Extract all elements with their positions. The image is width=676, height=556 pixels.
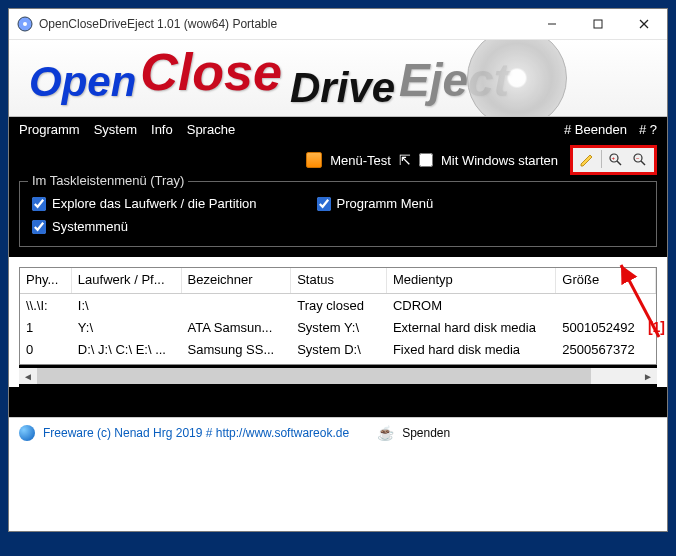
col-groesse[interactable]: Größe	[556, 268, 656, 293]
table-header: Phy... Laufwerk / Pf... Bezeichner Statu…	[20, 268, 656, 294]
autostart-checkbox[interactable]	[419, 153, 433, 167]
zoom-out-icon[interactable]: −	[630, 150, 650, 170]
menu-help[interactable]: # ?	[639, 122, 657, 137]
maximize-button[interactable]	[575, 9, 621, 39]
highlighted-icon-group: + −	[570, 145, 657, 175]
col-laufwerk[interactable]: Laufwerk / Pf...	[72, 268, 182, 293]
drive-table: Phy... Laufwerk / Pf... Bezeichner Statu…	[19, 267, 657, 365]
programmmenu-checkbox[interactable]	[317, 197, 331, 211]
toolbar: Menü-Test ⇱ Mit Windows starten + −	[19, 145, 657, 175]
footer: Freeware (c) Nenad Hrg 2019 # http://www…	[9, 417, 667, 447]
scroll-right-button[interactable]: ►	[639, 368, 657, 384]
annotation-label: [1]	[648, 319, 665, 335]
table-row[interactable]: \\.\I: I:\ Tray closed CDROM	[20, 296, 656, 318]
banner: Open Close Drive Eject	[9, 39, 667, 117]
col-phy[interactable]: Phy...	[20, 268, 72, 293]
menu-programm[interactable]: Programm	[19, 122, 80, 137]
tray-legend: Im Taskleistenmenü (Tray)	[28, 173, 188, 188]
menu-info[interactable]: Info	[151, 122, 173, 137]
coffee-icon: ☕	[377, 425, 394, 441]
app-window: OpenCloseDriveEject 1.01 (wow64) Portabl…	[8, 8, 668, 532]
globe-icon	[19, 425, 35, 441]
menu-sprache[interactable]: Sprache	[187, 122, 235, 137]
cd-icon	[467, 39, 567, 117]
folder-icon	[306, 152, 322, 168]
programmmenu-label: Programm Menü	[337, 196, 434, 211]
svg-line-7	[617, 161, 621, 165]
table-row[interactable]: 0 D:\ J:\ C:\ E:\ ... Samsung SS... Syst…	[20, 340, 656, 362]
tray-options-group: Im Taskleistenmenü (Tray) Explore das La…	[19, 181, 657, 247]
menu-beenden[interactable]: # Beenden	[564, 122, 627, 137]
freeware-link[interactable]: Freeware (c) Nenad Hrg 2019 # http://www…	[43, 426, 349, 440]
minimize-button[interactable]	[529, 9, 575, 39]
svg-line-10	[641, 161, 645, 165]
spenden-link[interactable]: Spenden	[402, 426, 450, 440]
banner-word-close: Close	[140, 42, 282, 102]
menu-system[interactable]: System	[94, 122, 137, 137]
explore-checkbox[interactable]	[32, 197, 46, 211]
menubar: Programm System Info Sprache # Beenden #…	[9, 117, 667, 141]
systemmenu-label: Systemmenü	[52, 219, 128, 234]
scroll-left-button[interactable]: ◄	[19, 368, 37, 384]
systemmenu-checkbox[interactable]	[32, 220, 46, 234]
horizontal-scrollbar[interactable]: ◄ ►	[19, 365, 657, 387]
close-button[interactable]	[621, 9, 667, 39]
app-icon	[17, 16, 33, 32]
pin-icon[interactable]: ⇱	[399, 152, 411, 168]
banner-word-drive: Drive	[290, 64, 395, 112]
divider	[601, 150, 602, 168]
svg-point-1	[23, 22, 27, 26]
titlebar: OpenCloseDriveEject 1.01 (wow64) Portabl…	[9, 9, 667, 39]
svg-text:+: +	[612, 155, 616, 161]
table-row[interactable]: 1 Y:\ ATA Samsun... System Y:\ External …	[20, 318, 656, 340]
autostart-label: Mit Windows starten	[441, 153, 558, 168]
menu-test-link[interactable]: Menü-Test	[330, 153, 391, 168]
zoom-in-icon[interactable]: +	[606, 150, 626, 170]
scroll-thumb[interactable]	[37, 368, 591, 384]
banner-word-open: Open	[29, 58, 136, 106]
svg-rect-3	[594, 20, 602, 28]
svg-text:−: −	[636, 155, 640, 161]
col-status[interactable]: Status	[291, 268, 387, 293]
window-title: OpenCloseDriveEject 1.01 (wow64) Portabl…	[39, 17, 529, 31]
col-medientyp[interactable]: Medientyp	[387, 268, 556, 293]
pencil-icon[interactable]	[577, 150, 597, 170]
explore-label: Explore das Laufwerk / die Partition	[52, 196, 257, 211]
col-bezeichner[interactable]: Bezeichner	[182, 268, 292, 293]
